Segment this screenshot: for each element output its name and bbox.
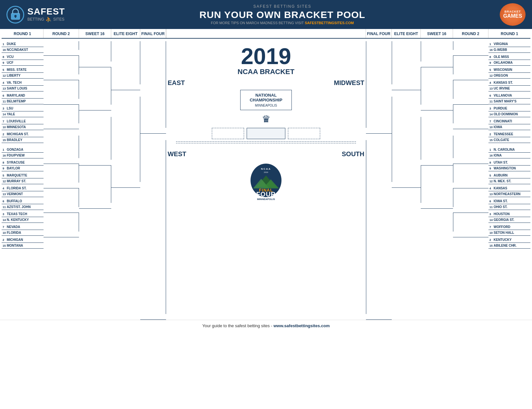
team-row[interactable]: 14N. KENTUCKY bbox=[2, 217, 44, 223]
team-row[interactable]: 13SAINT LOUIS bbox=[2, 86, 44, 91]
team-row[interactable]: 13NORTHEASTERN bbox=[488, 191, 530, 197]
rh-right-r1: ROUND 1 bbox=[488, 29, 530, 38]
team-row[interactable]: 7CINCINNATI bbox=[488, 119, 530, 124]
svg-text:FOUR: FOUR bbox=[256, 191, 276, 198]
team-row[interactable]: 16NCC/NDAKST bbox=[2, 47, 44, 53]
team-row[interactable]: 3TEXAS TECH bbox=[2, 211, 44, 217]
team-row[interactable]: 8OLE MISS bbox=[488, 54, 530, 60]
team-row[interactable]: 10SETON HALL bbox=[488, 230, 530, 236]
left-champion-slot[interactable] bbox=[212, 128, 244, 139]
team-row[interactable]: 3PURDUE bbox=[488, 106, 530, 111]
header-tip: FOR MORE TIPS ON MARCH MADNESS BETTING V… bbox=[65, 21, 500, 25]
team-row[interactable]: 12OREGON bbox=[488, 73, 530, 79]
champion-slots bbox=[212, 128, 320, 139]
team-row[interactable]: 6VILLANOVA bbox=[488, 93, 530, 99]
right-r2 bbox=[453, 39, 488, 320]
team-row[interactable]: 16FDU/PVIEW bbox=[2, 153, 44, 158]
left-r5 bbox=[140, 39, 166, 320]
left-r3 bbox=[79, 39, 111, 320]
team-row[interactable]: 16IONA bbox=[488, 153, 530, 158]
team-row[interactable]: 10FLORIDA bbox=[2, 230, 44, 236]
rh-right-r2: ROUND 2 bbox=[453, 29, 488, 38]
team-row[interactable]: 9WASHINGTON bbox=[488, 166, 530, 171]
rh-right-r5: FINAL FOUR bbox=[366, 29, 392, 38]
midwest-label: MIDWEST bbox=[334, 79, 364, 87]
team-row[interactable]: 11SAINT MARY'S bbox=[488, 99, 530, 104]
crown-icon: ♛ bbox=[262, 113, 271, 125]
rh-center bbox=[166, 29, 366, 38]
team-row[interactable]: 7NEVADA bbox=[2, 224, 44, 230]
team-row[interactable]: 15ABILENE CHR. bbox=[488, 243, 530, 249]
team-row[interactable]: 15BRADLEY bbox=[2, 137, 44, 143]
rh-right-r4: ELITE EIGHT bbox=[392, 29, 421, 38]
team-row[interactable]: 8UTAH ST. bbox=[488, 160, 530, 166]
team-row[interactable]: 6IOWA ST. bbox=[488, 198, 530, 204]
team-row[interactable]: 5WISCONSIN bbox=[488, 67, 530, 73]
team-row[interactable]: 9BAYLOR bbox=[2, 166, 44, 171]
team-row[interactable]: 13UC IRVINE bbox=[488, 86, 530, 91]
team-row[interactable]: 4KANSAS bbox=[488, 185, 530, 191]
team-row[interactable]: 2MICHIGAN bbox=[2, 237, 44, 243]
team-row[interactable]: 2TENNESSEE bbox=[488, 131, 530, 137]
team-row[interactable]: 11BELM/TEMP bbox=[2, 99, 44, 104]
team-row[interactable]: 4VA. TECH bbox=[2, 80, 44, 86]
left-r1-top: 1DUKE16NCC/NDAKST8VCU9UCF5MISS. STATE12L… bbox=[2, 39, 44, 320]
team-row[interactable]: 16G-WEBB bbox=[488, 47, 530, 53]
rh-right-r3: SWEET 16 bbox=[421, 29, 453, 38]
team-row[interactable]: 5MISS. STATE bbox=[2, 67, 44, 73]
team-row[interactable]: 14GEORGIA ST. bbox=[488, 217, 530, 223]
team-row[interactable]: 15COLGATE bbox=[488, 137, 530, 143]
team-row[interactable]: 14OLD DOMINION bbox=[488, 111, 530, 117]
team-row[interactable]: 1DUKE bbox=[2, 41, 44, 47]
team-row[interactable]: 1VIRGINIA bbox=[488, 41, 530, 47]
team-row[interactable]: 12MURRAY ST. bbox=[2, 178, 44, 184]
team-row[interactable]: 13VERMONT bbox=[2, 191, 44, 197]
team-row[interactable]: 10IOWA bbox=[488, 124, 530, 130]
team-row[interactable]: 15MONTANA bbox=[2, 243, 44, 249]
team-row[interactable]: 8VCU bbox=[2, 54, 44, 60]
team-row[interactable]: 7WOFFORD bbox=[488, 224, 530, 230]
nat-champ-location: MINNEAPOLIS bbox=[245, 104, 287, 107]
left-r4 bbox=[111, 39, 140, 320]
team-row[interactable]: 1N. CAROLINA bbox=[488, 147, 530, 153]
team-row[interactable]: 8SYRACUSE bbox=[2, 160, 44, 166]
center-panel: 2019 NCAA BRACKET EAST MIDWEST NATIONAL … bbox=[166, 39, 366, 320]
team-row[interactable]: 6BUFFALO bbox=[2, 198, 44, 204]
team-row[interactable]: 3LSU bbox=[2, 106, 44, 111]
right-r5 bbox=[366, 39, 392, 320]
center-champion-slot[interactable] bbox=[247, 128, 285, 139]
nat-champ-box: NATIONAL CHAMPIONSHIP MINNEAPOLIS bbox=[240, 90, 292, 110]
bracket-games-logo: BRACKET GAMES bbox=[500, 3, 526, 26]
team-row[interactable]: 12N. MEX. ST. bbox=[488, 178, 530, 184]
team-row[interactable]: 10MINNESOTA bbox=[2, 124, 44, 130]
header-link[interactable]: SAFESTBETTINGSITES.COM bbox=[305, 21, 354, 25]
team-row[interactable]: 5MARQUETTE bbox=[2, 173, 44, 178]
team-row[interactable]: 1GONZAGA bbox=[2, 147, 44, 153]
team-row[interactable]: 4KANSAS ST. bbox=[488, 80, 530, 86]
year-label: 2019 bbox=[241, 45, 291, 68]
team-row[interactable]: 9OKLAHOMA bbox=[488, 60, 530, 66]
team-row[interactable]: 2MICHIGAN ST. bbox=[2, 131, 44, 137]
team-row[interactable]: 14YALE bbox=[2, 111, 44, 117]
header: SAFEST BETTING ⛹ SITES SAFEST BETTING SI… bbox=[0, 0, 532, 29]
team-row[interactable]: 5AUBURN bbox=[488, 173, 530, 178]
header-center: SAFEST BETTING SITES RUN YOUR OWN BRACKE… bbox=[65, 4, 500, 25]
right-champion-slot[interactable] bbox=[288, 128, 320, 139]
south-label: SOUTH bbox=[342, 150, 364, 158]
team-row[interactable]: 4FLORIDA ST. bbox=[2, 185, 44, 191]
team-row[interactable]: 12LIBERTY bbox=[2, 73, 44, 79]
team-row[interactable]: 6MARYLAND bbox=[2, 93, 44, 99]
dotted-line-top bbox=[176, 141, 356, 142]
team-row[interactable]: 11OHIO ST. bbox=[488, 204, 530, 210]
team-row[interactable]: 11AZST/ST. JOHN bbox=[2, 204, 44, 210]
final-four-logo: NCAA 2019 FINAL FOUR MINNEAPOLIS bbox=[250, 163, 282, 195]
svg-text:2019: 2019 bbox=[264, 171, 268, 173]
bracket-body: 1DUKE16NCC/NDAKST8VCU9UCF5MISS. STATE12L… bbox=[2, 39, 530, 320]
team-row[interactable]: 7LOUISVILLE bbox=[2, 119, 44, 124]
team-row[interactable]: 9UCF bbox=[2, 60, 44, 66]
team-row[interactable]: 3HOUSTON bbox=[488, 211, 530, 217]
svg-rect-2 bbox=[15, 16, 16, 18]
logo: SAFEST BETTING ⛹ SITES bbox=[6, 6, 65, 24]
rh-left-r4: ELITE EIGHT bbox=[111, 29, 140, 38]
team-row[interactable]: 2KENTUCKY bbox=[488, 237, 530, 243]
